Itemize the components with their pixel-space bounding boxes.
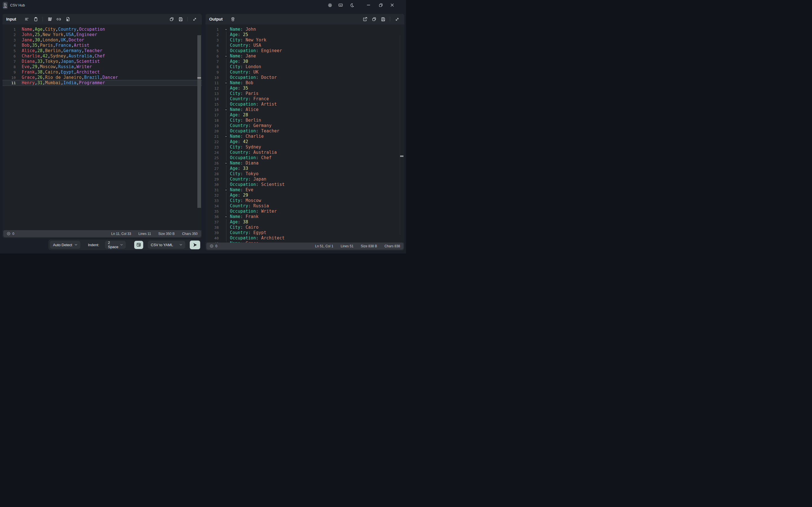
yaml-line-text: City: Tokyo [225, 171, 259, 177]
yaml-line-text: Occupation: Writer [225, 209, 277, 214]
indent-guide [225, 225, 230, 230]
line-number: 7 [206, 59, 219, 64]
line-number: 4 [206, 43, 219, 48]
line-number: 8 [206, 64, 219, 69]
input-char-count: Chars 350 [182, 232, 198, 236]
input-panel-title: Input [6, 17, 16, 21]
line-number: 11 [3, 80, 16, 86]
yaml-line-text: - Name: Alice [225, 107, 259, 112]
import-file-icon [66, 17, 70, 21]
input-scrollbar-cursor-marker [197, 77, 201, 78]
line-number: 9 [206, 69, 219, 75]
yaml-line-text: - Name: Frank [225, 214, 259, 219]
copy-input-button[interactable] [168, 16, 175, 23]
settings-button[interactable] [326, 1, 334, 9]
csv-line-text: Bob,35,Paris,France,Artist [22, 43, 89, 48]
line-number: 7 [3, 59, 16, 64]
line-number: 19 [206, 123, 219, 128]
indent-select[interactable]: 2 Space [105, 241, 126, 249]
paste-button[interactable] [32, 16, 39, 23]
yaml-line-text: City: Berlin [225, 118, 261, 123]
indent-guide [225, 59, 230, 64]
output-editor[interactable]: 1- Name: John2Age: 253City: New York4Cou… [206, 24, 404, 242]
output-char-count: Chars 838 [385, 244, 400, 248]
csv-line-text: Charlie,42,Sydney,Australia,Chef [22, 54, 105, 59]
theme-toggle-button[interactable] [348, 1, 356, 9]
indent-guide [225, 69, 230, 75]
minimize-icon [366, 3, 370, 7]
convert-button[interactable] [190, 240, 200, 249]
indent-guide [225, 230, 230, 235]
line-number: 12 [206, 86, 219, 91]
close-button[interactable] [388, 1, 396, 9]
library-button[interactable] [46, 16, 53, 23]
input-code[interactable]: 1Name,Age,City,Country,Occupation2John,2… [3, 24, 202, 230]
chevron-down-icon [120, 244, 123, 245]
line-number: 33 [206, 198, 219, 203]
input-code-line: 7Diana,33,Tokyo,Japan,Scientist [3, 59, 202, 64]
yaml-line-text: City: New York [225, 38, 266, 43]
indent-guide [225, 102, 230, 107]
yaml-line-text: Age: 30 [225, 59, 248, 64]
save-input-button[interactable] [177, 16, 184, 23]
line-number: 11 [206, 80, 219, 86]
app-window: CSV CSV Hub [0, 0, 406, 253]
chevron-down-icon [180, 244, 182, 245]
input-editor[interactable]: 1Name,Age,City,Country,Occupation2John,2… [3, 24, 202, 230]
line-number: 30 [206, 182, 219, 187]
input-code-line: 4Bob,35,Paris,France,Artist [3, 43, 202, 48]
share-output-button[interactable] [361, 16, 368, 23]
yaml-line-text: Age: 33 [225, 166, 248, 171]
indent-guide [225, 139, 230, 145]
save-output-button[interactable] [379, 16, 387, 23]
format-detect-select[interactable]: Auto Detect [50, 241, 80, 249]
output-cursor-position: Ln 51, Col 1 [315, 244, 333, 248]
input-scrollbar-thumb[interactable] [197, 35, 201, 208]
open-file-button[interactable] [64, 16, 71, 23]
expand-output-button[interactable] [394, 16, 401, 23]
yaml-line-text: - Name: Eve [225, 187, 253, 193]
output-code-line: 24Country: Australia [206, 150, 404, 155]
yaml-line-text: Occupation: Artist [225, 102, 277, 107]
csv-line-text: Diana,33,Tokyo,Japan,Scientist [22, 59, 100, 64]
clear-output-button[interactable] [230, 16, 237, 23]
expand-input-button[interactable] [191, 16, 198, 23]
line-number: 21 [206, 134, 219, 139]
load-url-button[interactable] [55, 16, 62, 23]
line-number: 10 [3, 75, 16, 80]
output-code-line: 28City: Tokyo [206, 171, 404, 177]
maximize-button[interactable] [377, 1, 385, 9]
indent-guide [225, 43, 230, 48]
yaml-line-text: - Name: Jane [225, 54, 256, 59]
yaml-line-text: Country: Japan [225, 177, 266, 182]
table-view-button[interactable] [134, 241, 143, 249]
output-panel-header: Output [206, 14, 404, 24]
indent-guide [225, 32, 230, 38]
sample-data-button[interactable] [23, 16, 30, 23]
keyboard-button[interactable] [337, 1, 345, 9]
output-code-line: 9Country: UK [206, 69, 404, 75]
line-number: 31 [206, 187, 219, 193]
output-code-line: 32Age: 29 [206, 193, 404, 198]
csv-line-text: Jane,30,London,UK,Doctor [22, 38, 84, 43]
copy-output-button[interactable] [370, 16, 377, 23]
yaml-line-text: City: Cairo [225, 225, 259, 230]
app-logo: CSV [3, 2, 8, 9]
indent-guide [225, 171, 230, 177]
line-number: 8 [3, 64, 16, 69]
indent-guide [225, 86, 230, 91]
line-number: 16 [206, 107, 219, 112]
yaml-line-text: Age: 35 [225, 86, 248, 91]
output-code[interactable]: 1- Name: John2Age: 253City: New York4Cou… [206, 24, 404, 242]
conversion-select[interactable]: CSV to YAML [148, 241, 185, 249]
input-code-line: 1Name,Age,City,Country,Occupation [3, 27, 202, 32]
indent-guide [225, 235, 230, 241]
input-panel-header: Input [3, 14, 202, 24]
line-number: 18 [206, 118, 219, 123]
library-icon [48, 17, 52, 21]
indent-guide [225, 112, 230, 118]
minimize-button[interactable] [364, 1, 372, 9]
output-code-line: 18City: Berlin [206, 118, 404, 123]
output-code-line: 34Country: Russia [206, 203, 404, 209]
divider [188, 17, 188, 21]
